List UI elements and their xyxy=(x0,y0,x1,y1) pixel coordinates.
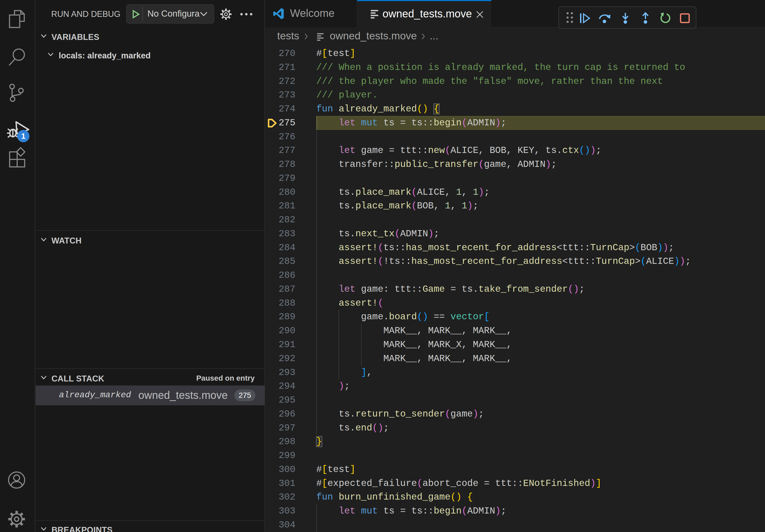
svg-text:1: 1 xyxy=(21,132,26,140)
